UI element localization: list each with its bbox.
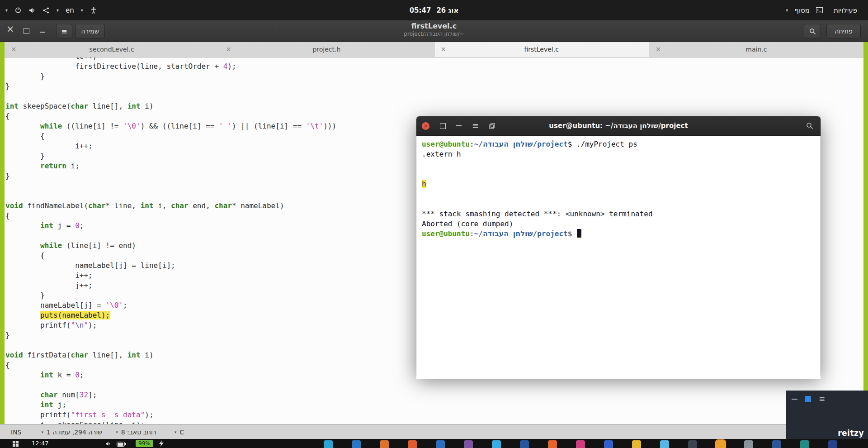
hamburger-menu-icon[interactable]: ≡ <box>472 122 479 130</box>
code-line <box>5 380 863 390</box>
taskbar-app-4[interactable] <box>408 440 417 448</box>
start-button-icon[interactable] <box>13 441 19 447</box>
hamburger-menu-button[interactable]: ≡ <box>56 24 72 38</box>
watermark: reitzy <box>838 429 864 438</box>
tab-bar: ×secondLevel.c×project.h×firstLevel.c×ma… <box>5 42 863 57</box>
close-tab-icon[interactable]: × <box>656 45 661 53</box>
search-button[interactable] <box>804 24 821 38</box>
code-line: int skeepSpace(char line[], int i) <box>5 101 863 111</box>
taskbar-app-2[interactable] <box>352 440 361 448</box>
new-window-icon[interactable] <box>489 123 495 129</box>
taskbar-app-17[interactable] <box>772 440 781 448</box>
top-panel: ▾ ▾ en ▾ 05:47 26 אוג ▾ מסוף <box>0 0 868 20</box>
taskbar-app-9[interactable] <box>548 440 557 448</box>
taskbar-app-14[interactable] <box>688 440 697 448</box>
code-line: int j; <box>5 400 863 410</box>
chevron-down-icon: ▾ <box>42 430 44 434</box>
close-tab-icon[interactable]: × <box>11 45 17 53</box>
code-line: firstDirective(line, startOrder + 4); <box>5 62 863 71</box>
taskbar-app-12[interactable] <box>632 440 641 448</box>
code-line: char num[32]; <box>5 390 863 400</box>
keyboard-layout-indicator[interactable]: en <box>66 6 74 14</box>
taskbar-app-11[interactable] <box>604 440 613 448</box>
taskbar-app-10[interactable] <box>576 440 585 448</box>
volume-icon[interactable] <box>28 7 36 14</box>
tab-label: firstLevel.c <box>524 46 558 53</box>
overwrite-mode-indicator[interactable]: INS <box>11 429 22 436</box>
tab-project.h[interactable]: ×project.h <box>219 42 434 57</box>
open-button[interactable]: פתיחה <box>826 24 861 38</box>
chevron-down-icon[interactable]: ▾ <box>786 8 788 13</box>
taskbar-app-18[interactable] <box>800 440 809 448</box>
close-window-icon[interactable]: × <box>422 122 429 130</box>
close-tab-icon[interactable]: × <box>441 45 447 53</box>
clock-date: 26 אוג <box>436 6 458 14</box>
terminal-line: Aborted (core dumped) <box>422 219 821 229</box>
tab-label: secondLevel.c <box>90 46 134 53</box>
taskbar-app-15[interactable] <box>716 440 725 448</box>
taskbar-app-16[interactable] <box>744 440 753 448</box>
panel-right: ▾ מסוף פעילויות <box>786 6 868 14</box>
taskbar-clock[interactable]: 12:47 <box>32 440 48 447</box>
minimize-window-icon[interactable] <box>40 32 45 33</box>
terminal-line: user@ubuntu:~/שולחן העבודה/project$ ./my… <box>422 139 821 149</box>
line-column-indicator[interactable]: ▾ שורה 294, עמודה 1 <box>42 429 103 436</box>
taskbar-app-3[interactable] <box>380 440 389 448</box>
language-selector[interactable]: ▾ C <box>175 429 184 436</box>
code-line: lc++; <box>5 57 863 62</box>
hamburger-menu-icon[interactable]: ≡ <box>819 395 825 403</box>
taskbar-app-6[interactable] <box>464 440 473 448</box>
chevron-down-icon[interactable]: ▾ <box>81 8 83 13</box>
terminal-line: .extern h <box>422 149 821 159</box>
terminal-window-icon[interactable] <box>816 7 823 13</box>
close-window-icon[interactable]: × <box>6 24 14 34</box>
code-line <box>5 91 863 101</box>
terminal-line: h <box>422 179 821 189</box>
terminal-line <box>422 189 821 199</box>
code-line: printf("first s s data"); <box>5 410 863 420</box>
accessibility-icon[interactable] <box>90 7 97 14</box>
save-button[interactable]: שמירה <box>75 24 105 38</box>
maximize-window-icon[interactable] <box>24 28 29 34</box>
host-taskbar: 12:47 99% <box>0 439 868 448</box>
wallpaper-stripe-left <box>0 42 5 424</box>
app-menu-terminal[interactable]: מסוף <box>794 6 810 14</box>
chevron-down-icon[interactable]: ▾ <box>5 8 8 13</box>
tab-width-selector[interactable]: ▾ רוחב טאב: 8 <box>116 429 156 436</box>
taskbar-app-19[interactable] <box>828 440 837 448</box>
taskbar-app-7[interactable] <box>492 440 501 448</box>
tab-label: main.c <box>745 46 767 53</box>
clock[interactable]: 05:47 26 אוג <box>410 0 459 20</box>
taskbar-app-13[interactable] <box>660 440 669 448</box>
power-icon[interactable] <box>14 7 22 14</box>
taskbar-app-1[interactable] <box>324 440 333 448</box>
chevron-down-icon[interactable]: ▾ <box>57 8 59 13</box>
battery-icon[interactable] <box>117 442 126 447</box>
maximize-window-icon[interactable] <box>805 396 811 402</box>
terminal-line: user@ubuntu:~/שולחן העבודה/project$ <box>422 229 821 239</box>
tab-firstLevel.c[interactable]: ×firstLevel.c <box>434 42 649 57</box>
terminal-window: × ≡ user@ubuntu: ~/שולחן העבודה/project … <box>416 116 821 375</box>
taskbar-app-5[interactable] <box>436 440 445 448</box>
close-tab-icon[interactable]: × <box>226 45 231 53</box>
window-subtitle: ~/שולחן העבודה/project <box>0 31 868 38</box>
network-share-icon[interactable] <box>42 7 50 14</box>
code-line: } <box>5 81 863 91</box>
search-icon[interactable] <box>806 122 813 131</box>
volume-icon[interactable] <box>105 441 111 447</box>
activities-button[interactable]: פעילויות <box>834 6 857 14</box>
minimize-window-icon[interactable] <box>792 399 797 400</box>
tab-label: project.h <box>312 46 340 53</box>
terminal-output[interactable]: user@ubuntu:~/שולחן העבודה/project$ ./my… <box>416 136 821 379</box>
tab-main.c[interactable]: ×main.c <box>649 42 863 57</box>
terminal-titlebar[interactable]: × ≡ user@ubuntu: ~/שולחן העבודה/project <box>416 116 821 136</box>
background-window-fragment: ≡ reitzy <box>786 391 868 439</box>
chevron-down-icon: ▾ <box>116 430 118 434</box>
tab-secondLevel.c[interactable]: ×secondLevel.c <box>5 42 219 57</box>
minimize-window-icon[interactable] <box>456 125 462 126</box>
taskbar-app-8[interactable] <box>520 440 529 448</box>
chevron-down-icon: ▾ <box>175 430 177 434</box>
terminal-line <box>422 159 821 169</box>
maximize-window-icon[interactable] <box>440 123 446 129</box>
editor-statusbar: INS ▾ שורה 294, עמודה 1 ▾ רוחב טאב: 8 ▾ … <box>0 424 868 439</box>
